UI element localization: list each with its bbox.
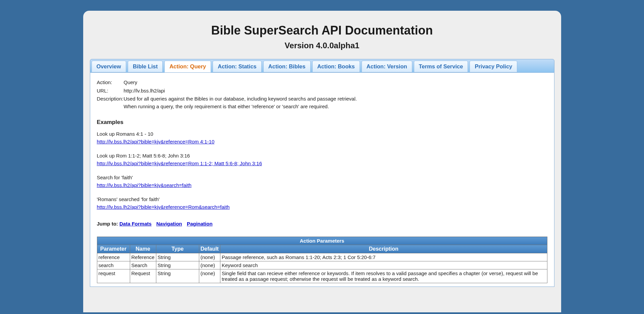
info-desc-value: Used for all queries against the Bibles …	[124, 95, 547, 110]
cell-desc: Single field that can recieve either ref…	[220, 269, 547, 283]
example-text: 'Romans' searched 'for faith'	[97, 196, 160, 202]
example-4: 'Romans' searched 'for faith' http://lv.…	[97, 196, 547, 211]
col-parameter: Parameter	[97, 245, 130, 253]
jump-to-section: Jump to: Data Formats Navigation Paginat…	[97, 221, 547, 227]
info-url-value: http://lv.bss.lh2/api	[124, 87, 547, 95]
table-title-row: Action Parameters	[97, 237, 547, 245]
table-title: Action Parameters	[97, 237, 547, 245]
cell-name: Request	[130, 269, 156, 283]
table-row: search Search String (none) Keyword sear…	[97, 261, 547, 269]
example-link[interactable]: http://lv.bss.lh2/api?bible=kjv&referenc…	[97, 139, 215, 144]
tab-bible-list[interactable]: Bible List	[128, 61, 163, 72]
table-row: reference Reference String (none) Passag…	[97, 253, 547, 261]
example-link[interactable]: http://lv.bss.lh2/api?bible=kjv&referenc…	[97, 161, 262, 166]
tab-action-books[interactable]: Action: Books	[312, 61, 360, 72]
tab-action-query[interactable]: Action: Query	[164, 61, 211, 72]
info-desc-label: Description:	[97, 95, 124, 110]
cell-type: String	[156, 269, 199, 283]
cell-param: request	[97, 269, 130, 283]
tab-bar: Overview Bible List Action: Query Action…	[90, 59, 554, 73]
tab-overview[interactable]: Overview	[92, 61, 126, 72]
jumpto-data-formats[interactable]: Data Formats	[119, 221, 152, 227]
jumpto-pagination[interactable]: Pagination	[187, 221, 213, 227]
col-default: Default	[199, 245, 220, 253]
info-action-row: Action: Query	[97, 79, 547, 86]
cell-param: reference	[97, 253, 130, 261]
desc-line2: When running a query, the only requireme…	[124, 104, 329, 109]
col-type: Type	[156, 245, 199, 253]
example-2: Look up Rom 1:1-2; Matt 5:6-8; John 3:16…	[97, 152, 547, 167]
action-parameters-table: Action Parameters Parameter Name Type De…	[97, 237, 547, 283]
table-row: request Request String (none) Single fie…	[97, 269, 547, 283]
version-subtitle: Version 4.0.0alpha1	[83, 41, 561, 50]
tab-action-statics[interactable]: Action: Statics	[213, 61, 262, 72]
cell-default: (none)	[199, 269, 220, 283]
info-url-label: URL:	[97, 87, 124, 95]
cell-type: String	[156, 261, 199, 269]
tab-privacy[interactable]: Privacy Policy	[470, 61, 517, 72]
example-1: Look up Romans 4:1 - 10 http://lv.bss.lh…	[97, 130, 547, 145]
info-action-value: Query	[124, 79, 547, 86]
col-description: Description	[220, 245, 547, 253]
example-link[interactable]: http://lv.bss.lh2/api?bible=kjv&search=f…	[97, 182, 192, 188]
page-container: Bible SuperSearch API Documentation Vers…	[83, 11, 561, 312]
tab-terms[interactable]: Terms of Service	[414, 61, 468, 72]
tab-action-bibles[interactable]: Action: Bibles	[263, 61, 311, 72]
examples-heading: Examples	[97, 119, 547, 126]
info-action-label: Action:	[97, 79, 124, 86]
cell-type: String	[156, 253, 199, 261]
cell-desc: Keyword search	[220, 261, 547, 269]
cell-name: Search	[130, 261, 156, 269]
info-url-row: URL: http://lv.bss.lh2/api	[97, 87, 547, 95]
page-title: Bible SuperSearch API Documentation	[83, 23, 561, 38]
example-3: Search for 'faith' http://lv.bss.lh2/api…	[97, 174, 547, 189]
example-text: Search for 'faith'	[97, 175, 133, 180]
example-text: Look up Romans 4:1 - 10	[97, 131, 153, 137]
col-name: Name	[130, 245, 156, 253]
table-header-row: Parameter Name Type Default Description	[97, 245, 547, 253]
example-link[interactable]: http://lv.bss.lh2/api?bible=kjv&referenc…	[97, 204, 230, 210]
desc-line1: Used for all queries against the Bibles …	[124, 96, 357, 102]
example-text: Look up Rom 1:1-2; Matt 5:6-8; John 3:16	[97, 153, 190, 159]
info-desc-row: Description: Used for all queries agains…	[97, 95, 547, 110]
jumpto-navigation[interactable]: Navigation	[156, 221, 182, 227]
tab-action-version[interactable]: Action: Version	[362, 61, 412, 72]
cell-param: search	[97, 261, 130, 269]
cell-default: (none)	[199, 253, 220, 261]
tabs-container: Overview Bible List Action: Query Action…	[92, 61, 553, 72]
cell-desc: Passage reference, such as Romans 1:1-20…	[220, 253, 547, 261]
content-panel: Action: Query URL: http://lv.bss.lh2/api…	[90, 73, 554, 287]
cell-name: Reference	[130, 253, 156, 261]
jumpto-label: Jump to:	[97, 221, 120, 227]
cell-default: (none)	[199, 261, 220, 269]
